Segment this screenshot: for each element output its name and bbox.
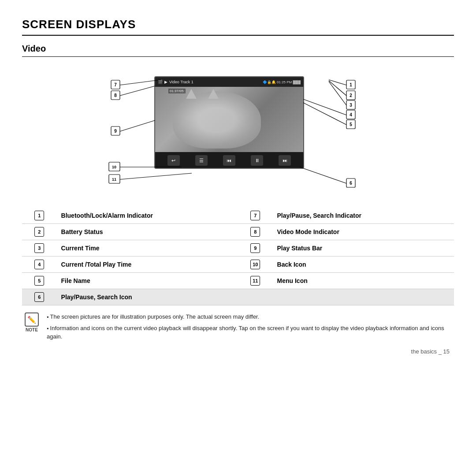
- legend-number: 5: [34, 276, 44, 286]
- svg-line-15: [300, 167, 346, 183]
- svg-text:8: 8: [114, 93, 117, 98]
- legend-number: 2: [34, 227, 44, 237]
- legend-label-left: File Name: [57, 273, 238, 289]
- legend-label-left: Current Time: [57, 240, 238, 257]
- legend-num-cell-right: [238, 289, 273, 305]
- svg-line-21: [120, 86, 155, 96]
- legend-number-right: 9: [250, 243, 260, 253]
- screen-mockup: 🎬 ▶ Video Track 1 🔷🔒🔔 01:25 PM ▓▓▓ 01:37…: [154, 76, 304, 169]
- legend-label-right: Play Status Bar: [273, 240, 454, 257]
- svg-text:11: 11: [112, 177, 116, 182]
- svg-text:1: 1: [350, 82, 352, 87]
- cat-ear-left: [186, 89, 197, 99]
- svg-line-30: [120, 173, 192, 179]
- legend-label-right: [273, 289, 454, 305]
- svg-rect-10: [346, 110, 355, 119]
- legend-num-cell: 4: [22, 257, 57, 273]
- note-section: ✏️ NOTE The screen pictures are for illu…: [22, 312, 454, 344]
- legend-number-right: 7: [250, 211, 260, 220]
- svg-rect-31: [109, 175, 120, 183]
- diagram-area: 🎬 ▶ Video Track 1 🔷🔒🔔 01:25 PM ▓▓▓ 01:37…: [22, 63, 454, 200]
- controls-bar: ↩ ☰ ⏮ ⏸ ⏭: [155, 152, 303, 169]
- svg-text:4: 4: [350, 112, 352, 117]
- prev-btn: ⏮: [223, 155, 235, 166]
- svg-rect-22: [111, 91, 120, 100]
- legend-number-right: 10: [250, 260, 260, 269]
- legend-row: 1 Bluetooth/Lock/Alarm Indicator 7 Play/…: [22, 208, 454, 224]
- legend-label-left: Current /Total Play Time: [57, 257, 238, 273]
- svg-line-24: [120, 120, 155, 131]
- legend-label-right: Video Mode Indicator: [273, 224, 454, 240]
- status-icons: 🔷🔒🔔 01:25 PM ▓▓▓: [263, 80, 301, 84]
- legend-number-right: 8: [250, 227, 260, 237]
- battery-icon: ▓▓▓: [293, 80, 301, 84]
- back-btn: ↩: [167, 155, 180, 166]
- section-title: Video: [22, 44, 454, 57]
- legend-num-cell: 1: [22, 208, 57, 224]
- legend-row: 3 Current Time 9 Play Status Bar: [22, 240, 454, 257]
- legend-row: 5 File Name 11 Menu Icon: [22, 273, 454, 289]
- note-item: Information and icons on the current vid…: [47, 324, 454, 341]
- page-title: SCREEN DISPLAYS: [22, 18, 454, 36]
- note-icon-container: ✏️ NOTE: [22, 312, 41, 332]
- legend-table: 1 Bluetooth/Lock/Alarm Indicator 7 Play/…: [22, 208, 454, 305]
- legend-num-cell-right: 7: [238, 208, 273, 224]
- filename-label: Video Track 1: [169, 80, 193, 84]
- legend-num-cell: 5: [22, 273, 57, 289]
- legend-num-cell-right: 9: [238, 240, 273, 257]
- svg-rect-1: [346, 80, 355, 89]
- legend-row: 6 Play/Pause, Search Icon: [22, 289, 454, 305]
- svg-rect-4: [346, 91, 355, 100]
- svg-text:9: 9: [114, 129, 117, 134]
- legend-num-cell: 6: [22, 289, 57, 305]
- play-time-overlay: 01:37/05:: [168, 89, 186, 93]
- screen-top-bar: 🎬 ▶ Video Track 1 🔷🔒🔔 01:25 PM ▓▓▓: [155, 77, 303, 87]
- legend-row: 2 Battery Status 8 Video Mode Indicator: [22, 224, 454, 240]
- bt-icon: 🔷🔒🔔: [263, 80, 276, 84]
- svg-line-0: [329, 80, 346, 85]
- svg-line-9: [303, 99, 346, 115]
- note-item: The screen pictures are for illustration…: [47, 312, 454, 321]
- svg-rect-16: [346, 178, 355, 187]
- legend-label-right: Menu Icon: [273, 273, 454, 289]
- legend-label-right: Back Icon: [273, 257, 454, 273]
- note-text: The screen pictures are for illustration…: [47, 312, 454, 344]
- legend-number: 3: [34, 243, 44, 253]
- diagram-inner: 🎬 ▶ Video Track 1 🔷🔒🔔 01:25 PM ▓▓▓ 01:37…: [84, 63, 392, 195]
- video-content: [173, 91, 261, 149]
- svg-text:2: 2: [350, 93, 352, 98]
- legend-row: 4 Current /Total Play Time 10 Back Icon: [22, 257, 454, 273]
- time-display: 01:25 PM: [277, 80, 292, 84]
- svg-rect-19: [111, 80, 120, 89]
- video-area: 01:37/05:: [155, 87, 303, 152]
- play-indicator: ▶: [164, 80, 167, 84]
- legend-number: 4: [34, 260, 44, 269]
- svg-text:7: 7: [114, 82, 117, 87]
- svg-text:5: 5: [350, 122, 352, 127]
- page-footer: the basics _ 15: [22, 348, 454, 355]
- menu-btn: ☰: [195, 155, 208, 166]
- legend-label-right: Play/Pause, Search Indicator: [273, 208, 454, 224]
- svg-line-3: [329, 81, 346, 96]
- svg-rect-25: [111, 126, 120, 135]
- svg-rect-13: [346, 120, 355, 129]
- note-label: NOTE: [26, 327, 38, 332]
- legend-label-left: Play/Pause, Search Icon: [57, 289, 238, 305]
- next-btn: ⏭: [279, 155, 291, 166]
- svg-rect-28: [109, 162, 120, 171]
- legend-number: 6: [34, 292, 44, 302]
- legend-num-cell-right: 11: [238, 273, 273, 289]
- svg-rect-7: [346, 100, 355, 109]
- legend-number-right: 11: [250, 276, 260, 286]
- legend-label-left: Bluetooth/Lock/Alarm Indicator: [57, 208, 238, 224]
- pause-btn: ⏸: [251, 155, 263, 166]
- legend-label-left: Battery Status: [57, 224, 238, 240]
- note-icon-img: ✏️: [25, 312, 39, 327]
- legend-num-cell: 2: [22, 224, 57, 240]
- legend-num-cell-right: 8: [238, 224, 273, 240]
- legend-num-cell: 3: [22, 240, 57, 257]
- svg-text:3: 3: [350, 103, 352, 108]
- legend-number: 1: [34, 211, 44, 220]
- svg-line-6: [329, 82, 346, 105]
- cat-ear-right: [208, 89, 219, 99]
